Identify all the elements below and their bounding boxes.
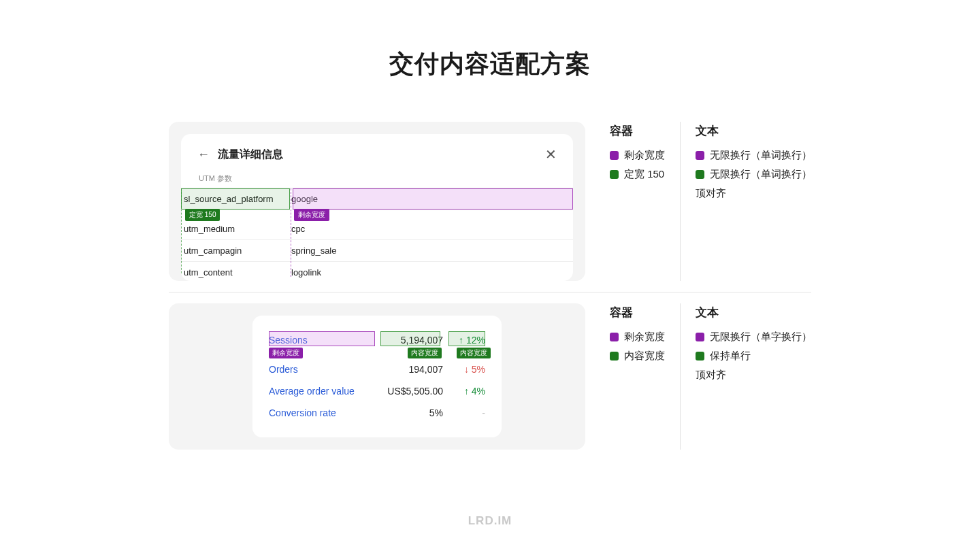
stats-delta: - <box>443 405 485 420</box>
swatch-icon <box>696 170 704 179</box>
stats-label[interactable]: Orders <box>269 362 399 377</box>
card-header: ← 流量详细信息 ✕ <box>197 146 557 163</box>
footer-brand: LRD.IM <box>0 514 980 528</box>
legend-item: 无限换行（单词换行） <box>696 165 812 184</box>
legend-label: 保持单行 <box>710 346 751 365</box>
delta-value: 12% <box>466 335 485 346</box>
legend-title: 容器 <box>610 305 665 320</box>
legend-panels-2: 容器 剩余宽度 内容宽度 文本 无限换行（单字换行） 保持单行 <box>599 303 823 450</box>
legend-item: 定宽 150 <box>610 165 665 184</box>
legend-container-col: 容器 剩余宽度 内容宽度 <box>599 303 676 450</box>
stats-delta: ↓ 5% <box>443 362 485 377</box>
card-sublabel: UTM 参数 <box>199 173 557 184</box>
annotation-tag-remaining-width: 剩余宽度 <box>269 348 303 358</box>
swatch-icon <box>610 333 619 341</box>
traffic-detail-card: ← 流量详细信息 ✕ UTM 参数 sl_source_ad_platform … <box>181 134 573 281</box>
stats-value: 5% <box>420 405 443 420</box>
legend-item: 无限换行（单字换行） <box>696 327 812 346</box>
legend-item: 剩余宽度 <box>610 327 665 346</box>
section-divider <box>169 292 811 292</box>
page-title: 交付内容适配方案 <box>0 0 980 122</box>
stats-row: 剩余宽度 内容宽度 内容宽度 Sessions 5,194,007 ↑ 12% <box>269 329 485 351</box>
arrow-up-icon: ↑ <box>459 335 463 346</box>
legend-title: 文本 <box>696 305 812 320</box>
annotation-tag-content-width: 内容宽度 <box>457 348 491 358</box>
utm-value: logolink <box>290 262 573 281</box>
card-title: 流量详细信息 <box>218 148 283 162</box>
example-row-1: ← 流量详细信息 ✕ UTM 参数 sl_source_ad_platform … <box>0 122 980 281</box>
swatch-icon <box>696 151 704 160</box>
stats-row: Conversion rate 5% - <box>269 402 485 424</box>
utm-key: sl_source_ad_platform <box>181 188 290 210</box>
stats-row: Average order value US$5,505.00 ↑ 4% <box>269 380 485 402</box>
stats-value: 194,007 <box>399 362 443 377</box>
swatch-icon <box>696 333 704 341</box>
annotation-tag-remaining-width: 剩余宽度 <box>294 209 329 221</box>
annotation-tag-content-width: 内容宽度 <box>408 348 442 358</box>
legend-label: 剩余宽度 <box>624 146 665 165</box>
utm-value: cpc <box>290 218 573 239</box>
legend-container-col: 容器 剩余宽度 定宽 150 <box>599 122 676 281</box>
swatch-icon <box>696 352 704 361</box>
legend-text-col: 文本 无限换行（单词换行） 无限换行（单词换行） 顶对齐 <box>680 122 823 281</box>
legend-panels-1: 容器 剩余宽度 定宽 150 文本 无限换行（单词换行） 无限 <box>599 122 823 281</box>
utm-table: sl_source_ad_platform google 定宽 150 剩余宽度… <box>181 188 573 281</box>
delta-value: 5% <box>472 364 485 375</box>
legend-item: 无限换行（单词换行） <box>696 146 812 165</box>
utm-value: google <box>290 188 573 210</box>
annotation-tag-fixed-width: 定宽 150 <box>185 209 220 221</box>
example-1-container: ← 流量详细信息 ✕ UTM 参数 sl_source_ad_platform … <box>169 122 585 281</box>
legend-label: 无限换行（单字换行） <box>710 327 812 346</box>
table-row: sl_source_ad_platform google 定宽 150 剩余宽度 <box>181 188 573 210</box>
swatch-icon <box>610 151 619 160</box>
arrow-down-icon: ↓ <box>464 364 469 375</box>
stats-label[interactable]: Sessions <box>269 333 391 348</box>
table-row: utm_content logolink <box>181 262 573 281</box>
legend-title: 文本 <box>696 123 812 139</box>
legend-label: 内容宽度 <box>624 346 665 365</box>
legend-label: 剩余宽度 <box>624 327 665 346</box>
legend-item: 内容宽度 <box>610 346 665 365</box>
page: 交付内容适配方案 ← 流量详细信息 ✕ UTM 参数 <box>0 0 980 536</box>
arrow-up-icon: ↑ <box>464 386 469 397</box>
utm-key: utm_medium <box>181 218 290 239</box>
utm-key: utm_content <box>181 262 290 281</box>
example-row-2: 剩余宽度 内容宽度 内容宽度 Sessions 5,194,007 ↑ 12% … <box>0 303 980 450</box>
card-header-left: ← 流量详细信息 <box>197 148 283 162</box>
legend-label: 无限换行（单词换行） <box>710 146 812 165</box>
swatch-icon <box>610 352 619 361</box>
stats-delta: ↑ 12% <box>443 333 485 348</box>
legend-note: 顶对齐 <box>696 365 812 384</box>
delta-value: 4% <box>472 386 485 397</box>
table-row: utm_medium cpc <box>181 210 573 240</box>
stats-delta: ↑ 4% <box>443 384 485 399</box>
example-2-container: 剩余宽度 内容宽度 内容宽度 Sessions 5,194,007 ↑ 12% … <box>169 303 585 450</box>
legend-label: 无限换行（单词换行） <box>710 165 812 184</box>
stats-label[interactable]: Conversion rate <box>269 405 420 420</box>
close-icon[interactable]: ✕ <box>545 146 557 163</box>
swatch-icon <box>610 170 619 179</box>
stats-label[interactable]: Average order value <box>269 384 378 399</box>
utm-value: spring_sale <box>290 240 573 261</box>
stats-value: 5,194,007 <box>391 333 443 348</box>
back-arrow-icon[interactable]: ← <box>197 148 210 162</box>
legend-title: 容器 <box>610 123 665 139</box>
legend-item: 剩余宽度 <box>610 146 665 165</box>
legend-text-col: 文本 无限换行（单字换行） 保持单行 顶对齐 <box>680 303 823 450</box>
legend-note: 顶对齐 <box>696 184 812 203</box>
legend-item: 保持单行 <box>696 346 812 365</box>
legend-label: 定宽 150 <box>624 165 664 184</box>
utm-key: utm_campagin <box>181 240 290 261</box>
stats-card: 剩余宽度 内容宽度 内容宽度 Sessions 5,194,007 ↑ 12% … <box>252 316 502 437</box>
stats-value: US$5,505.00 <box>378 384 443 399</box>
table-row: utm_campagin spring_sale <box>181 240 573 262</box>
